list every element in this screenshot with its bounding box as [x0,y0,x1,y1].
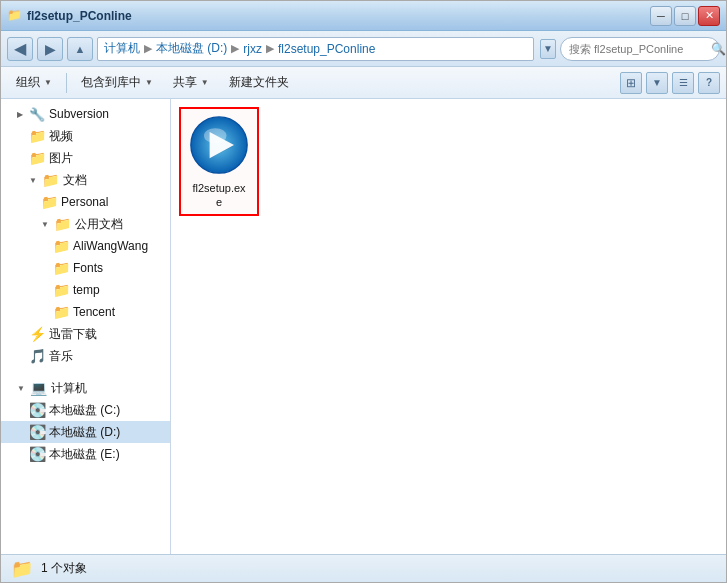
forward-button[interactable]: ▶ [37,37,63,61]
drive-c-icon: 💽 [29,402,45,418]
sidebar-label-drive-c: 本地磁盘 (C:) [49,402,120,419]
sidebar-item-public-docs[interactable]: ▼ 📁 公用文档 [1,213,170,235]
new-folder-button[interactable]: 新建文件夹 [220,70,298,96]
view-details-button[interactable]: ☰ [672,72,694,94]
help-button[interactable]: ? [698,72,720,94]
main-area: ▶ 🔧 Subversion 📁 视频 📁 图片 ▼ 📁 文档 [1,99,726,554]
file-item-fl2setup[interactable]: fl2setup.exe [179,107,259,216]
personal-folder-icon: 📁 [41,194,57,210]
search-input[interactable] [569,43,707,55]
status-bar: 📁 1 个对象 [1,554,726,582]
sidebar-item-images[interactable]: 📁 图片 [1,147,170,169]
sidebar-item-drive-d[interactable]: 💽 本地磁盘 (D:) [1,421,170,443]
toolbar-right: ⊞ ▼ ☰ ? [620,72,720,94]
window-title: fl2setup_PConline [27,9,132,23]
thunder-icon: ⚡ [29,326,45,342]
file-icon-wrapper [187,113,251,177]
view-grid-button[interactable]: ⊞ [620,72,642,94]
window-icon: 📁 [7,8,23,24]
status-text: 1 个对象 [41,560,87,577]
toolbar: 组织 ▼ 包含到库中 ▼ 共享 ▼ 新建文件夹 ⊞ ▼ ☰ ? [1,67,726,99]
share-button[interactable]: 共享 ▼ [164,70,218,96]
sidebar-item-thunder[interactable]: ⚡ 迅雷下载 [1,323,170,345]
breadcrumb-folder[interactable]: fl2setup_PConline [278,42,375,56]
breadcrumb-rjxz[interactable]: rjxz [243,42,262,56]
music-icon: 🎵 [29,348,45,364]
sidebar-label-public-docs: 公用文档 [75,216,123,233]
search-icon[interactable]: 🔍 [711,42,726,56]
sidebar-label-music: 音乐 [49,348,73,365]
expand-arrow-public: ▼ [41,220,49,229]
sidebar-label-aliwang: AliWangWang [73,239,148,253]
toolbar-separator-1 [66,73,67,93]
back-button[interactable]: ◀ [7,37,33,61]
maximize-button[interactable]: □ [674,6,696,26]
expand-arrow-docs: ▼ [29,176,37,185]
subversion-icon: 🔧 [29,106,45,122]
sidebar-item-drive-e[interactable]: 💽 本地磁盘 (E:) [1,443,170,465]
sidebar-label-thunder: 迅雷下载 [49,326,97,343]
images-folder-icon: 📁 [29,150,45,166]
sidebar-label-computer: 计算机 [51,380,87,397]
minimize-button[interactable]: ─ [650,6,672,26]
sidebar-item-drive-c[interactable]: 💽 本地磁盘 (C:) [1,399,170,421]
aliwang-icon: 📁 [53,238,69,254]
fonts-icon: 📁 [53,260,69,276]
sidebar-item-temp[interactable]: 📁 temp [1,279,170,301]
sidebar-label-tencent: Tencent [73,305,115,319]
title-bar-left: 📁 fl2setup_PConline [7,8,132,24]
sidebar-label-drive-e: 本地磁盘 (E:) [49,446,120,463]
sidebar-item-music[interactable]: 🎵 音乐 [1,345,170,367]
sidebar-label-temp: temp [73,283,100,297]
expand-arrow-subversion: ▶ [17,110,23,119]
file-name-fl2setup: fl2setup.exe [192,181,245,210]
computer-icon: 💻 [31,380,47,396]
sidebar-label-drive-d: 本地磁盘 (D:) [49,424,120,441]
sidebar: ▶ 🔧 Subversion 📁 视频 📁 图片 ▼ 📁 文档 [1,99,171,554]
sidebar-item-personal[interactable]: 📁 Personal [1,191,170,213]
docs-folder-icon: 📁 [43,172,59,188]
share-arrow: ▼ [201,78,209,87]
sidebar-label-fonts: Fonts [73,261,103,275]
breadcrumb-dropdown[interactable]: ▼ [540,39,556,59]
view-dropdown-button[interactable]: ▼ [646,72,668,94]
organize-label: 组织 [16,74,40,91]
sidebar-spacer [1,367,170,377]
organize-button[interactable]: 组织 ▼ [7,70,61,96]
expand-arrow-computer: ▼ [17,384,25,393]
sidebar-item-tencent[interactable]: 📁 Tencent [1,301,170,323]
sidebar-item-fonts[interactable]: 📁 Fonts [1,257,170,279]
up-button[interactable]: ▲ [67,37,93,61]
organize-arrow: ▼ [44,78,52,87]
tencent-icon: 📁 [53,304,69,320]
drive-e-icon: 💽 [29,446,45,462]
sidebar-item-aliwangwang[interactable]: 📁 AliWangWang [1,235,170,257]
sidebar-label-docs: 文档 [63,172,87,189]
sidebar-label-subversion: Subversion [49,107,109,121]
new-folder-label: 新建文件夹 [229,74,289,91]
main-window: 📁 fl2setup_PConline ─ □ ✕ ◀ ▶ ▲ 计算机 ▶ 本地… [0,0,727,583]
share-label: 共享 [173,74,197,91]
sidebar-item-docs[interactable]: ▼ 📁 文档 [1,169,170,191]
sidebar-label-images: 图片 [49,150,73,167]
title-bar: 📁 fl2setup_PConline ─ □ ✕ [1,1,726,31]
sidebar-label-video: 视频 [49,128,73,145]
include-label: 包含到库中 [81,74,141,91]
sidebar-item-video[interactable]: 📁 视频 [1,125,170,147]
sidebar-item-subversion[interactable]: ▶ 🔧 Subversion [1,103,170,125]
title-controls: ─ □ ✕ [650,6,720,26]
status-folder-icon: 📁 [11,558,33,580]
public-docs-icon: 📁 [55,216,71,232]
sidebar-label-personal: Personal [61,195,108,209]
file-area: fl2setup.exe [171,99,726,554]
sidebar-item-computer[interactable]: ▼ 💻 计算机 [1,377,170,399]
include-arrow: ▼ [145,78,153,87]
include-button[interactable]: 包含到库中 ▼ [72,70,162,96]
address-bar: ◀ ▶ ▲ 计算机 ▶ 本地磁盘 (D:) ▶ rjxz ▶ fl2setup_… [1,31,726,67]
temp-icon: 📁 [53,282,69,298]
exe-icon [189,115,249,175]
breadcrumb-drive-d[interactable]: 本地磁盘 (D:) [156,40,227,57]
breadcrumb-computer[interactable]: 计算机 [104,40,140,57]
breadcrumb-bar[interactable]: 计算机 ▶ 本地磁盘 (D:) ▶ rjxz ▶ fl2setup_PConli… [97,37,534,61]
close-button[interactable]: ✕ [698,6,720,26]
